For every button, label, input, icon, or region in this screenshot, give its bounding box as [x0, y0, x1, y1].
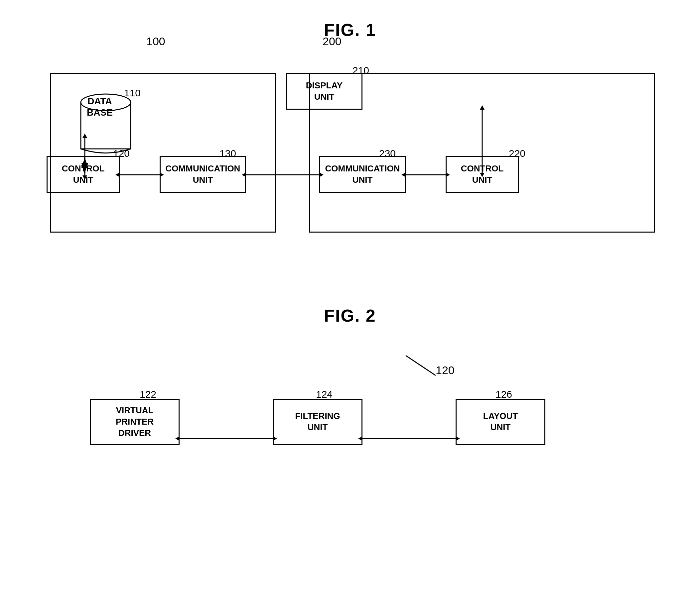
svg-line-21 — [406, 356, 436, 375]
box100-label: 100 — [146, 35, 165, 48]
label-210: 210 — [352, 65, 369, 76]
fig2-reference-mark — [396, 352, 446, 379]
comm-unit-230: COMMUNICATIONUNIT — [319, 156, 406, 193]
display-unit-210: DISPLAYUNIT — [286, 73, 362, 110]
label-126: 126 — [496, 389, 512, 400]
fig2-title: FIG. 2 — [0, 306, 700, 325]
label-120: 120 — [113, 148, 130, 159]
comm-unit-130: COMMUNICATIONUNIT — [160, 156, 246, 193]
layout-unit-126: LAYOUTUNIT — [455, 399, 545, 445]
label-130: 130 — [220, 148, 236, 159]
database-label: DATABASE — [78, 96, 121, 118]
database-number: 110 — [124, 87, 141, 99]
label-124: 124 — [316, 389, 333, 400]
label-122: 122 — [140, 389, 156, 400]
filtering-unit-124: FILTERINGUNIT — [273, 399, 362, 445]
box-100: DATABASE 110 — [50, 73, 276, 233]
label-220: 220 — [509, 148, 525, 159]
virtual-printer-driver-122: VIRTUALPRINTERDRIVER — [90, 399, 179, 445]
control-unit-120: CONTROLUNIT — [47, 156, 120, 193]
fig1-title: FIG. 1 — [0, 0, 700, 40]
box200-label: 200 — [323, 35, 341, 48]
control-unit-220: CONTROLUNIT — [446, 156, 519, 193]
label-230: 230 — [379, 148, 396, 159]
fig1-container: DATABASE 110 100 CONTROLUNIT 120 COMMUNI… — [33, 53, 667, 279]
